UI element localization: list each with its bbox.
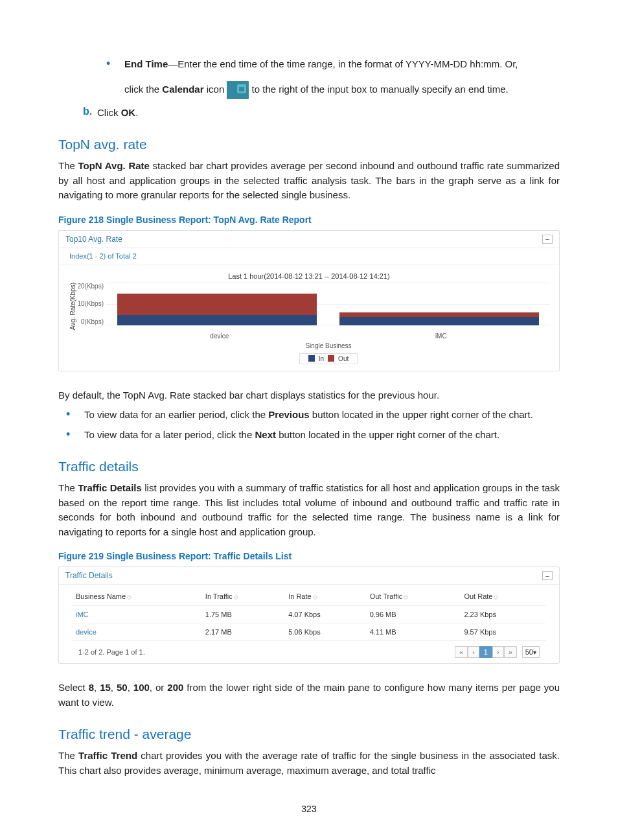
bar-device[interactable] (117, 294, 317, 325)
topn-paragraph: The TopN Avg. Rate stacked bar chart pro… (58, 159, 560, 203)
chart-218-plot (106, 283, 550, 325)
traffic-details-table: Business Name◇ In Traffic◇ In Rate◇ Out … (72, 587, 546, 640)
calendar-word: Calendar (162, 83, 203, 94)
heading-traffic-details: Traffic details (58, 459, 560, 474)
heading-traffic-trend: Traffic trend - average (58, 727, 560, 742)
business-link-device[interactable]: device (76, 628, 97, 636)
pagesize-select[interactable]: 50 ▾ (522, 646, 540, 658)
after218-bullet-previous: • To view data for an earlier period, cl… (65, 408, 560, 423)
pager-next[interactable]: › (492, 646, 504, 658)
chart-218-ylabel: Avg. Rate(Kbps) (68, 283, 76, 330)
collapse-icon[interactable]: – (542, 235, 553, 244)
pager-first[interactable]: « (455, 646, 468, 658)
panel-219-title: Traffic Details (65, 571, 113, 580)
panel-218-title: Top10 Avg. Rate (65, 235, 122, 244)
pager: « ‹ 1 › » 50 ▾ (455, 646, 540, 658)
pager-prev[interactable]: ‹ (468, 646, 479, 658)
calendar-icon (227, 81, 249, 99)
traffic-details-paragraph: The Traffic Details list provides you wi… (58, 481, 560, 539)
figure-219-caption: Figure 219 Single Business Report: Traff… (58, 551, 560, 561)
table-header-row: Business Name◇ In Traffic◇ In Rate◇ Out … (72, 587, 546, 606)
step-b: b. Click OK. (83, 106, 560, 121)
table-row: device 2.17 MB 5.06 Kbps 4.11 MB 9.57 Kb… (72, 624, 546, 641)
chart-218: Last 1 hour(2014-08-12 13:21 -- 2014-08-… (59, 264, 559, 371)
chevron-down-icon: ▾ (533, 649, 536, 656)
pagesize-note: Select 8, 15, 50, 100, or 200 from the l… (58, 681, 560, 710)
collapse-icon[interactable]: – (542, 571, 553, 580)
step-b-label: b. (83, 106, 97, 121)
table-footer-text: 1-2 of 2. Page 1 of 1. (78, 648, 145, 656)
end-time-label: End Time (124, 58, 168, 69)
th-in-traffic[interactable]: In Traffic◇ (201, 587, 284, 606)
bar-imc[interactable] (339, 312, 539, 325)
chart-218-xlabel: Single Business (107, 342, 550, 349)
after218-p1: By default, the TopN Avg. Rate stacked b… (58, 388, 560, 403)
chart-218-title: Last 1 hour(2014-08-12 13:21 -- 2014-08-… (68, 272, 550, 280)
chart-218-xlabels: device iMC (107, 332, 550, 340)
table-row: iMC 1.75 MB 4.07 Kbps 0.96 MB 2.23 Kbps (72, 606, 546, 624)
figure-219-panel: Traffic Details – Business Name◇ In Traf… (58, 566, 560, 664)
bullet-icon: • (65, 408, 84, 423)
th-out-rate[interactable]: Out Rate◇ (460, 587, 546, 606)
panel-218-index: Index(1 - 2) of Total 2 (59, 248, 559, 264)
business-link-imc[interactable]: iMC (76, 611, 89, 618)
traffic-trend-paragraph: The Traffic Trend chart provides you wit… (58, 749, 560, 778)
pager-last[interactable]: » (504, 646, 517, 658)
th-business-name[interactable]: Business Name◇ (72, 587, 201, 606)
end-time-bullet: • End Time—Enter the end time of the tim… (105, 57, 560, 99)
figure-218-panel: Top10 Avg. Rate – Index(1 - 2) of Total … (58, 230, 560, 371)
th-in-rate[interactable]: In Rate◇ (284, 587, 365, 606)
th-out-traffic[interactable]: Out Traffic◇ (366, 587, 461, 606)
figure-218-caption: Figure 218 Single Business Report: TopN … (58, 215, 560, 225)
pager-current[interactable]: 1 (479, 646, 492, 658)
chart-218-legend: In Out (299, 353, 358, 364)
bullet-icon: • (65, 428, 84, 443)
legend-out-swatch (328, 355, 334, 362)
page-number: 323 (58, 804, 560, 814)
chart-218-yticks: 20(Kbps) 10(Kbps) 0(Kbps) (76, 283, 106, 325)
bullet-icon: • (105, 57, 124, 99)
legend-in-swatch (308, 355, 315, 362)
heading-topn-avg-rate: TopN avg. rate (58, 137, 560, 152)
after218-bullet-next: • To view data for a later period, click… (65, 428, 560, 443)
